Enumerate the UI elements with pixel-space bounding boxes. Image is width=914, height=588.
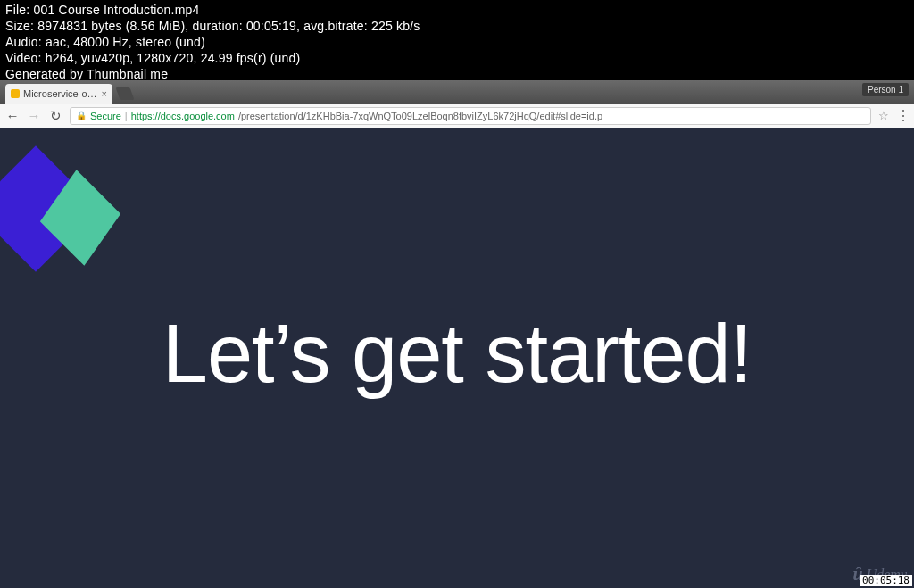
slide-headline: Let’s get started! bbox=[0, 307, 914, 401]
url-host: https://docs.google.com bbox=[131, 111, 235, 121]
thumbnail-timestamp: 00:05:18 bbox=[860, 575, 912, 586]
url-path: /presentation/d/1zKHbBia-7xqWnQTo09LzelB… bbox=[238, 111, 602, 121]
browser-navbar: ← → ↻ 🔒 Secure | https://docs.google.com… bbox=[0, 104, 914, 128]
forward-icon[interactable]: → bbox=[27, 108, 41, 123]
close-icon[interactable]: × bbox=[102, 88, 107, 99]
corner-logo-shape bbox=[0, 155, 125, 298]
meta-file: File: 001 Course Introduction.mp4 bbox=[5, 2, 909, 18]
browser-tabbar: Microservice-over… × Person 1 bbox=[0, 80, 914, 104]
meta-audio: Audio: aac, 48000 Hz, stereo (und) bbox=[5, 34, 909, 50]
meta-size: Size: 8974831 bytes (8.56 MiB), duration… bbox=[5, 18, 909, 34]
url-bar[interactable]: 🔒 Secure | https://docs.google.com /pres… bbox=[70, 107, 871, 125]
browser-window: Microservice-over… × Person 1 ← → ↻ 🔒 Se… bbox=[0, 80, 914, 128]
url-divider: | bbox=[125, 111, 128, 121]
bookmark-star-icon[interactable]: ☆ bbox=[878, 109, 889, 122]
new-tab-button[interactable] bbox=[115, 87, 134, 100]
reload-icon[interactable]: ↻ bbox=[48, 108, 62, 124]
back-icon[interactable]: ← bbox=[5, 108, 20, 123]
video-metadata-block: File: 001 Course Introduction.mp4 Size: … bbox=[0, 0, 914, 86]
browser-menu-icon[interactable]: ⋮ bbox=[896, 107, 909, 124]
meta-video: Video: h264, yuv420p, 1280x720, 24.99 fp… bbox=[5, 50, 909, 66]
lock-icon: 🔒 bbox=[76, 111, 87, 120]
tab-title: Microservice-over… bbox=[23, 88, 98, 99]
profile-badge[interactable]: Person 1 bbox=[862, 83, 909, 96]
slide-canvas: Let’s get started! û Udemy bbox=[0, 128, 914, 588]
secure-label: Secure bbox=[90, 111, 121, 121]
slides-favicon-icon bbox=[11, 89, 20, 98]
browser-tab[interactable]: Microservice-over… × bbox=[5, 84, 112, 104]
